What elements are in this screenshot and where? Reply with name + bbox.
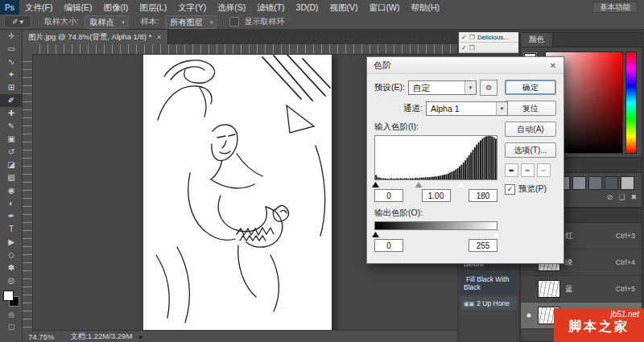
menu-item[interactable]: 窗口(W) (364, 0, 406, 14)
tab-color[interactable]: 颜色 (521, 33, 553, 47)
style-swatch[interactable] (621, 176, 634, 190)
tool-button[interactable]: ↺ (0, 146, 23, 159)
tool-button[interactable]: ◎ (0, 274, 23, 287)
channel-dropdown[interactable]: Alpha 1 ▾ (426, 101, 508, 116)
input-slider-track (374, 181, 497, 188)
zoom-level-field[interactable]: 74.75% (28, 332, 54, 341)
status-popup-arrow-icon[interactable]: ▸ (139, 333, 142, 340)
tool-button[interactable]: ✦ (0, 68, 23, 81)
menu-item[interactable]: 滤镜(T) (251, 0, 290, 14)
tool-button[interactable]: ◪ (0, 159, 23, 171)
menu-item[interactable]: 编辑(E) (58, 0, 97, 14)
color-swatches (2, 290, 20, 308)
channel-label: 通道: (403, 103, 423, 114)
output-white-slider[interactable] (493, 232, 500, 237)
gear-icon: ⚙ (485, 84, 492, 92)
menu-item[interactable]: 帮助(H) (406, 0, 446, 14)
output-black-slider[interactable] (372, 232, 379, 237)
hue-slider[interactable] (625, 52, 637, 154)
input-white-field[interactable] (469, 189, 497, 202)
channel-row[interactable]: 蓝 Ctrl+5 (521, 276, 642, 303)
tool-button[interactable]: ▣ (0, 133, 23, 146)
tool-button[interactable]: ▭ (0, 43, 23, 56)
tool-button[interactable]: ◐ (0, 197, 23, 210)
tool-button[interactable]: ◉ (0, 184, 23, 197)
foreground-color-swatch[interactable] (3, 290, 14, 301)
visibility-toggle-icon[interactable] (525, 285, 533, 293)
actions-item-row[interactable]: ✓ ❒ (459, 43, 518, 53)
eyedropper-icon: ✐ (12, 18, 19, 26)
sample-size-dropdown[interactable]: 取样点 ▾ (85, 15, 128, 29)
menu-item[interactable]: 文件(F) (19, 0, 58, 14)
menu-item[interactable]: 图像(I) (97, 0, 134, 14)
ok-button[interactable]: 确定 (505, 80, 556, 95)
action-button[interactable]: ▣▣2 Up Hone (460, 297, 517, 310)
quick-mask-button[interactable]: ◎ (0, 308, 23, 320)
channel-name: 蓝 (565, 284, 611, 295)
tool-button[interactable]: ▶ (0, 236, 23, 249)
tool-button[interactable]: ✐ (0, 94, 23, 107)
input-gamma-slider[interactable] (415, 182, 423, 187)
levels-dialog: 色阶 ✕ 预设(E): 自定 ▾ ⚙ 通道: Alph (366, 56, 564, 264)
style-swatch[interactable] (588, 176, 602, 190)
new-style-icon[interactable]: ❏ (618, 193, 625, 201)
auto-button[interactable]: 自动(A) (505, 122, 556, 137)
menu-item[interactable]: 图层(L) (134, 0, 172, 14)
action-button[interactable]: Fill Black With Black (460, 273, 517, 295)
tool-button[interactable]: ▧ (0, 171, 23, 184)
document-canvas[interactable] (143, 52, 332, 331)
document-tab[interactable]: 图片.jpg @ 74.8%(背景, Alpha 1/8) * ✕ (23, 30, 168, 44)
channel-thumbnail (538, 280, 560, 298)
actions-set-row[interactable]: ✓ ❒ Delicious... (459, 32, 518, 43)
input-gamma-field[interactable] (422, 189, 451, 202)
delete-style-icon[interactable]: ✖ (630, 193, 637, 201)
tool-button[interactable]: ✎ (0, 120, 23, 133)
tool-icon: ▧ (7, 174, 14, 182)
divider (222, 17, 224, 27)
channel-name: 红 (565, 231, 611, 241)
input-white-slider[interactable] (458, 182, 465, 187)
input-black-field[interactable] (374, 189, 403, 202)
show-sampling-ring-checkbox[interactable] (229, 17, 239, 27)
tool-button[interactable]: ◇ (0, 249, 23, 262)
clear-style-icon[interactable]: ⊘ (607, 193, 613, 201)
black-point-eyedropper-icon[interactable]: ✒ (505, 163, 518, 177)
reset-button[interactable]: 复位 (505, 101, 556, 116)
tool-preset-picker[interactable]: ✐ ▾ (4, 15, 31, 28)
tool-button[interactable]: ✒ (0, 210, 23, 223)
style-swatch[interactable] (572, 176, 586, 190)
visibility-toggle-icon[interactable] (525, 311, 533, 319)
style-swatch[interactable] (605, 176, 618, 190)
sample-size-value: 取样点 (90, 18, 114, 27)
document-tab-title: 图片.jpg @ 74.8%(背景, Alpha 1/8) * (28, 32, 151, 43)
screen-mode-button[interactable]: ▢ (0, 320, 23, 332)
menu-item[interactable]: 3D(D) (291, 0, 324, 14)
menu-item[interactable]: 视图(V) (324, 0, 364, 14)
gray-point-eyedropper-icon[interactable]: ✒ (521, 163, 535, 177)
action-button-label: Fill Black With Black (464, 275, 509, 291)
preview-checkbox[interactable]: ✓ (505, 184, 515, 195)
tool-button[interactable]: ✚ (0, 107, 23, 120)
white-point-eyedropper-icon[interactable]: ✒ (537, 163, 551, 177)
options-button[interactable]: 选项(T)... (505, 142, 556, 158)
dialog-title: 色阶 (367, 60, 543, 72)
tool-button[interactable]: ⊞ (0, 81, 23, 94)
workspace-switcher-button[interactable]: 基本功能 (592, 2, 638, 13)
tool-button[interactable]: ✛ (0, 30, 23, 43)
sample-dropdown[interactable]: 所有图层 ▾ (165, 15, 217, 29)
photoshop-window: Ps 文件(F) 编辑(E) 图像(I) 图层(L) 文字(Y) 选择(S) 滤… (0, 0, 644, 342)
input-black-slider[interactable] (372, 182, 379, 187)
action-button-label: 2 Up Hone (477, 299, 510, 307)
output-white-field[interactable] (469, 239, 497, 252)
menu-item[interactable]: 选择(S) (212, 0, 251, 14)
preset-dropdown[interactable]: 自定 ▾ (408, 80, 477, 95)
output-black-field[interactable] (374, 239, 403, 252)
tool-button[interactable]: T (0, 223, 23, 236)
preset-options-button[interactable]: ⚙ (480, 80, 497, 96)
close-icon[interactable]: ✕ (543, 61, 564, 70)
tool-button[interactable]: ∿ (0, 56, 23, 68)
menu-item[interactable]: 文字(Y) (172, 0, 212, 14)
levels-dialog-titlebar[interactable]: 色阶 ✕ (367, 57, 564, 74)
tool-button[interactable]: ✽ (0, 262, 23, 274)
close-icon[interactable]: ✕ (156, 34, 162, 41)
